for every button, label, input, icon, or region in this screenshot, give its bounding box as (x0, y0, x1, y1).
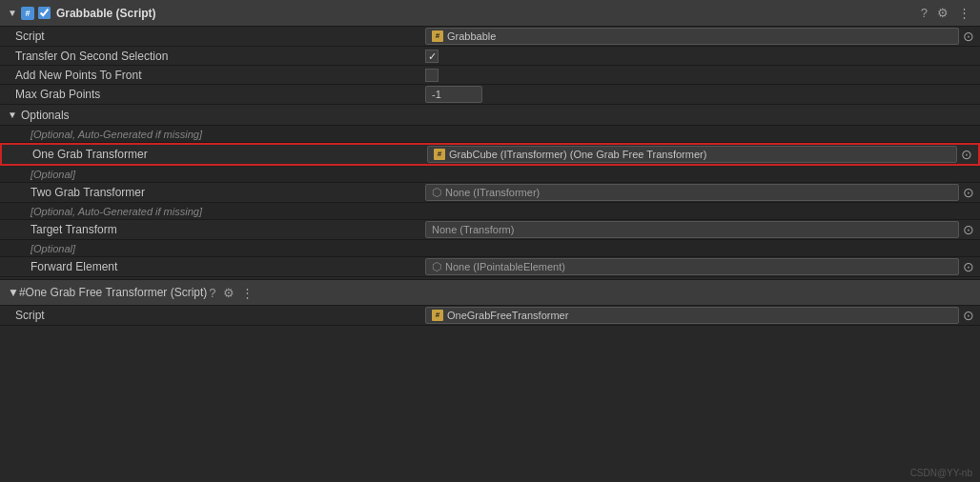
onegrab-hash-icon: # (434, 149, 445, 160)
twograb-sphere-icon: ⬡ (432, 186, 441, 199)
onegrab-value-wrap: # GrabCube (ITransformer) (One Grab Free… (421, 146, 978, 163)
forwardelement-sphere-icon: ⬡ (432, 260, 441, 273)
settings-icon-button[interactable]: ⚙ (935, 6, 950, 20)
script2-circle-button[interactable]: ⊙ (963, 308, 974, 323)
script-field-text: Grabbable (447, 30, 496, 42)
maxgrab-property-row: Max Grab Points -1 (0, 85, 980, 105)
onegrab-circle-button[interactable]: ⊙ (961, 147, 972, 162)
script2-field-text: OneGrabFreeTransformer (447, 310, 568, 321)
onegrabfree-help-icon-button[interactable]: ? (207, 286, 217, 300)
targettransform-circle-button[interactable]: ⊙ (963, 222, 974, 237)
watermark-text: CSDN@YY-nb (910, 468, 972, 478)
maxgrab-label: Max Grab Points (0, 88, 419, 101)
collapse-arrow-icon[interactable]: ▼ (8, 8, 17, 18)
onegrabfree-component-header: ▼ # One Grab Free Transformer (Script) ?… (0, 279, 980, 306)
help-icon-button[interactable]: ? (919, 6, 929, 20)
script2-property-row: Script # OneGrabFreeTransformer ⊙ (0, 306, 980, 326)
script2-value-wrap: # OneGrabFreeTransformer ⊙ (419, 307, 980, 324)
opt-optional2-text: [Optional] (0, 243, 75, 254)
transfer-value-wrap: ✓ (419, 50, 980, 63)
targettransform-value-wrap: None (Transform) ⊙ (419, 221, 980, 238)
optionals-label: Optionals (21, 109, 70, 122)
script-icon: # (432, 30, 443, 42)
opt-optional-label-row: [Optional] (0, 166, 980, 183)
twograb-property-row: Two Grab Transformer ⬡ None (ITransforme… (0, 183, 980, 203)
maxgrab-value-wrap: -1 (419, 86, 980, 103)
script2-label: Script (0, 309, 419, 322)
twograb-value-wrap: ⬡ None (ITransformer) ⊙ (419, 184, 980, 201)
opt-optional-text: [Optional] (0, 169, 75, 180)
component-header-icons: ? ⚙ ⋮ (919, 6, 972, 20)
addnew-checkbox[interactable] (425, 69, 439, 82)
onegrab-property-row: One Grab Transformer # GrabCube (ITransf… (0, 143, 980, 166)
script-field: # Grabbable (425, 28, 959, 45)
grabbable-component-header: ▼ # Grabbable (Script) ? ⚙ ⋮ (0, 0, 980, 27)
menu-icon-button[interactable]: ⋮ (956, 6, 972, 20)
script-property-row: Script # Grabbable ⊙ (0, 27, 980, 47)
transfer-property-row: Transfer On Second Selection ✓ (0, 47, 980, 66)
component-title: Grabbable (Script) (56, 7, 919, 20)
targettransform-property-row: Target Transform None (Transform) ⊙ (0, 220, 980, 240)
hash-icon: # (21, 7, 34, 20)
twograb-label: Two Grab Transformer (0, 186, 419, 199)
opt-autogen2-label-row: [Optional, Auto-Generated if missing] (0, 203, 980, 220)
onegrabfree-component-title: One Grab Free Transformer (Script) (26, 286, 208, 299)
transfer-checkbox[interactable]: ✓ (425, 50, 439, 63)
script-label: Script (0, 30, 419, 43)
twograb-circle-button[interactable]: ⊙ (963, 185, 974, 200)
targettransform-label: Target Transform (0, 223, 419, 236)
opt-autogen-label-row: [Optional, Auto-Generated if missing] (0, 126, 980, 143)
maxgrab-field[interactable]: -1 (425, 86, 482, 103)
twograb-field-text: None (ITransformer) (445, 187, 540, 198)
opt-optional2-label-row: [Optional] (0, 240, 980, 257)
targettransform-field-text: None (Transform) (432, 224, 514, 235)
opt-autogen2-text: [Optional, Auto-Generated if missing] (0, 206, 202, 217)
forwardelement-label: Forward Element (0, 260, 419, 273)
onegrabfree-header-icons: ? ⚙ ⋮ (207, 286, 255, 300)
script2-field: # OneGrabFreeTransformer (425, 307, 959, 324)
transfer-label: Transfer On Second Selection (0, 50, 419, 63)
onegrabfree-hash-icon: # (19, 286, 26, 299)
forwardelement-field-text: None (IPointableElement) (445, 261, 565, 272)
onegrabfree-collapse-arrow-icon[interactable]: ▼ (8, 286, 19, 299)
opt-autogen-text: [Optional, Auto-Generated if missing] (0, 129, 202, 140)
onegrab-object-field: # GrabCube (ITransformer) (One Grab Free… (427, 146, 957, 163)
forwardelement-value-wrap: ⬡ None (IPointableElement) ⊙ (419, 258, 980, 275)
optionals-section-header[interactable]: ▼ Optionals (0, 105, 980, 126)
script-value-wrap: # Grabbable ⊙ (419, 28, 980, 45)
script-circle-button[interactable]: ⊙ (963, 29, 974, 44)
script2-icon: # (432, 310, 443, 321)
optionals-collapse-icon: ▼ (8, 110, 17, 120)
targettransform-none-field: None (Transform) (425, 221, 959, 238)
onegrabfree-menu-icon-button[interactable]: ⋮ (239, 286, 255, 300)
addnew-value-wrap (419, 69, 980, 82)
addnew-label: Add New Points To Front (0, 69, 419, 82)
onegrab-label: One Grab Transformer (2, 148, 421, 161)
onegrabfree-settings-icon-button[interactable]: ⚙ (221, 286, 236, 300)
addnew-property-row: Add New Points To Front (0, 66, 980, 85)
forwardelement-property-row: Forward Element ⬡ None (IPointableElemen… (0, 257, 980, 277)
onegrab-field-text: GrabCube (ITransformer) (One Grab Free T… (449, 149, 706, 160)
component-enabled-checkbox[interactable] (38, 7, 51, 19)
twograb-none-field: ⬡ None (ITransformer) (425, 184, 959, 201)
forwardelement-circle-button[interactable]: ⊙ (963, 259, 974, 274)
forwardelement-none-field: ⬡ None (IPointableElement) (425, 258, 959, 275)
